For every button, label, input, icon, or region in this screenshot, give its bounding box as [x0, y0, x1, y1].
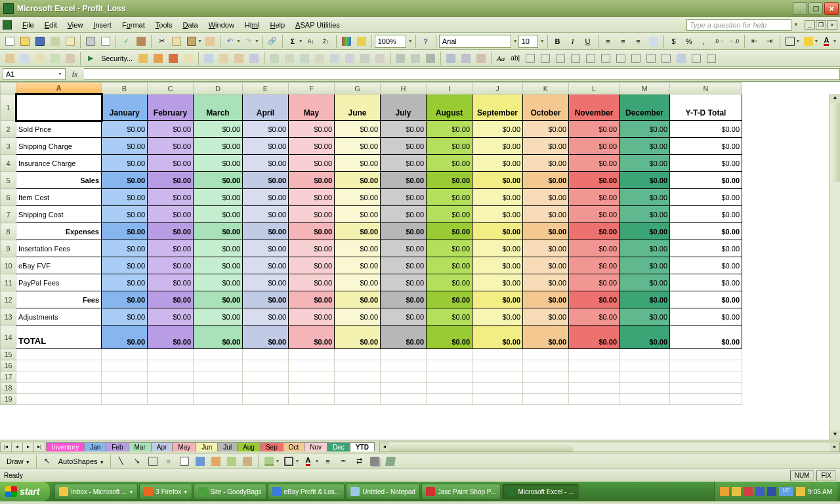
print-preview-button[interactable] [98, 34, 113, 49]
tray-clock[interactable]: 9:05 AM [808, 488, 832, 495]
cell-empty-17-11[interactable] [569, 371, 620, 383]
cell-dec-12[interactable]: $0.00 [620, 291, 670, 308]
cell-sep-14[interactable]: $0.00 [472, 326, 523, 349]
cell-jun-12[interactable]: $0.00 [335, 291, 381, 308]
cell-empty-19-9[interactable] [472, 394, 523, 405]
cell-empty-15-7[interactable] [381, 349, 427, 360]
sheet-tab-aug[interactable]: Aug [237, 442, 261, 452]
cell-empty-16-5[interactable] [289, 360, 335, 371]
cell-empty-18-1[interactable] [102, 383, 148, 394]
cell-mar-11[interactable]: $0.00 [194, 274, 243, 291]
cell-empty-19-10[interactable] [523, 394, 569, 405]
menu-format[interactable]: Format [117, 19, 150, 31]
cell-month-oct[interactable]: October [523, 94, 569, 121]
cell-jul-12[interactable]: $0.00 [381, 291, 427, 308]
cell-nov-3[interactable]: $0.00 [569, 138, 620, 155]
cell-empty-17-12[interactable] [620, 371, 670, 383]
cell-month-sep[interactable]: September [472, 94, 523, 121]
cell-empty-17-1[interactable] [102, 371, 148, 383]
cell-empty-19-6[interactable] [335, 394, 381, 405]
tb2-k8[interactable] [629, 51, 643, 66]
cell-apr-6[interactable]: $0.00 [243, 189, 289, 206]
align-left-button[interactable]: ≡ [601, 34, 616, 49]
tb2-j2[interactable] [459, 51, 473, 66]
cell-jun-4[interactable]: $0.00 [335, 155, 381, 172]
cell-oct-8[interactable]: $0.00 [523, 223, 569, 240]
task-item-2[interactable]: Site - GoodyBags [194, 484, 266, 499]
cell-month-apr[interactable]: April [243, 94, 289, 121]
cell-A8[interactable]: Expenses [16, 223, 102, 240]
cell-empty-15-1[interactable] [102, 349, 148, 360]
col-header-D[interactable]: D [194, 83, 243, 94]
tab-nav-next[interactable]: ▸ [22, 442, 34, 452]
cell-may-14[interactable]: $0.00 [289, 326, 335, 349]
cell-mar-10[interactable]: $0.00 [194, 257, 243, 274]
row-header-17[interactable]: 17 [1, 371, 16, 383]
cell-empty-18-12[interactable] [620, 383, 670, 394]
cell-oct-10[interactable]: $0.00 [523, 257, 569, 274]
tb2-h2[interactable] [282, 51, 297, 66]
cell-apr-5[interactable]: $0.00 [243, 172, 289, 189]
textbox-button[interactable] [177, 454, 192, 469]
cell-empty-16-4[interactable] [243, 360, 289, 371]
cell-dec-10[interactable]: $0.00 [620, 257, 670, 274]
col-header-B[interactable]: B [102, 83, 148, 94]
row-header-3[interactable]: 3 [1, 138, 16, 155]
drawing-toggle-button[interactable] [354, 34, 369, 49]
cell-A10[interactable]: eBay FVF [16, 257, 102, 274]
col-header-K[interactable]: K [523, 83, 569, 94]
cell-empty-18-13[interactable] [670, 383, 742, 394]
col-header-G[interactable]: G [335, 83, 381, 94]
tray-icon-5[interactable] [767, 487, 776, 496]
cell-jul-13[interactable]: $0.00 [381, 308, 427, 326]
currency-button[interactable]: $ [667, 34, 681, 49]
tb2-j1[interactable] [444, 51, 458, 66]
cell-feb-7[interactable]: $0.00 [148, 206, 194, 223]
tb2-k11[interactable] [674, 51, 688, 66]
cell-aug-10[interactable]: $0.00 [427, 257, 472, 274]
row-header-11[interactable]: 11 [1, 274, 16, 291]
cell-apr-11[interactable]: $0.00 [243, 274, 289, 291]
clipart-button[interactable] [224, 454, 239, 469]
sheet-tab-inventory[interactable]: Inventory [46, 442, 85, 452]
cell-may-8[interactable]: $0.00 [289, 223, 335, 240]
row-header-6[interactable]: 6 [1, 189, 16, 206]
cell-empty-17-4[interactable] [243, 371, 289, 383]
cell-A11[interactable]: PayPal Fees [16, 274, 102, 291]
tab-nav-last[interactable]: ▸| [33, 442, 45, 452]
cell-empty-15-2[interactable] [148, 349, 194, 360]
cell-sep-6[interactable]: $0.00 [472, 189, 523, 206]
cell-dec-9[interactable]: $0.00 [620, 240, 670, 257]
tb2-g3[interactable] [232, 51, 246, 66]
cell-ytd-9[interactable]: $0.00 [670, 240, 742, 257]
cell-empty-15-3[interactable] [194, 349, 243, 360]
cell-jul-10[interactable]: $0.00 [381, 257, 427, 274]
cell-empty-17-6[interactable] [335, 371, 381, 383]
line-button[interactable]: ╲ [114, 454, 129, 469]
sheet-tab-jun[interactable]: Jun [196, 442, 218, 452]
cell-empty-16-2[interactable] [148, 360, 194, 371]
cell-sep-12[interactable]: $0.00 [472, 291, 523, 308]
cell-A4[interactable]: Insurance Charge [16, 155, 102, 172]
cell-empty-19-8[interactable] [427, 394, 472, 405]
cell-oct-9[interactable]: $0.00 [523, 240, 569, 257]
cell-feb-8[interactable]: $0.00 [148, 223, 194, 240]
row-header-7[interactable]: 7 [1, 206, 16, 223]
cell-A3[interactable]: Shipping Charge [16, 138, 102, 155]
cell-jul-6[interactable]: $0.00 [381, 189, 427, 206]
cell-ytd-5[interactable]: $0.00 [670, 172, 742, 189]
cell-oct-2[interactable]: $0.00 [523, 121, 569, 138]
permission-button[interactable] [48, 34, 62, 49]
row-header-12[interactable]: 12 [1, 291, 16, 308]
col-header-H[interactable]: H [381, 83, 427, 94]
cell-A6[interactable]: Item Cost [16, 189, 102, 206]
help-search-box[interactable]: Type a question for help [686, 19, 791, 31]
cell-empty-15-6[interactable] [335, 349, 381, 360]
row-header-2[interactable]: 2 [1, 121, 16, 138]
cell-sep-8[interactable]: $0.00 [472, 223, 523, 240]
menu-insert[interactable]: Insert [88, 19, 117, 31]
tb2-i1[interactable] [393, 51, 408, 66]
cell-aug-5[interactable]: $0.00 [427, 172, 472, 189]
diagram-button[interactable] [209, 454, 223, 469]
cell-apr-13[interactable]: $0.00 [243, 308, 289, 326]
